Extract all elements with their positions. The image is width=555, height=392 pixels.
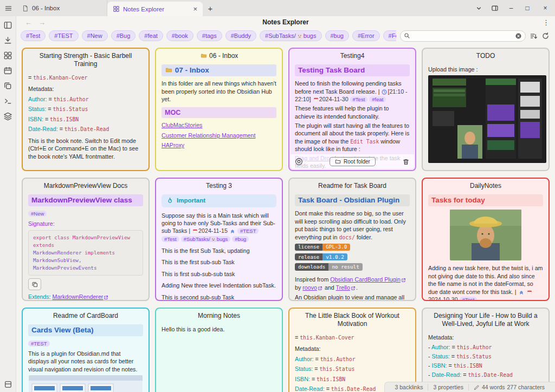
card-markdownpreviewview-docs[interactable]: MarkdownPreviewView Docs MarkdownPreview… [22, 178, 150, 301]
card-dailynotes[interactable]: DailyNotes Tasks for today [422, 178, 550, 301]
flame-icon [166, 197, 173, 204]
root-folder-button[interactable]: Root folder [330, 157, 376, 166]
vault-icon[interactable] [4, 380, 12, 389]
maximize-button[interactable]: □ [519, 0, 535, 16]
properties-status[interactable]: 3 properties [428, 384, 468, 390]
cards-grid: Starting Strength - Basic Barbell Traini… [16, 43, 555, 392]
refresh-icon[interactable] [541, 32, 550, 40]
external-link[interactable]: Obsidian CardBoard Plugin [330, 276, 401, 283]
search-input[interactable] [413, 32, 512, 39]
tab-notes-explorer[interactable]: Notes Explorer × [107, 2, 203, 16]
internal-link[interactable]: ClubMacStories [162, 122, 202, 128]
tab-list-chevron-icon[interactable] [470, 0, 487, 16]
card-title: The Little Black Book of Workout Motivat… [289, 309, 415, 330]
clear-search-icon[interactable] [515, 32, 522, 40]
copy-code-button[interactable] [28, 278, 41, 290]
external-link[interactable]: Trello [336, 284, 350, 291]
external-link[interactable]: MarkdownRenderer [53, 293, 104, 300]
tag-pill[interactable]: #Error [352, 30, 380, 41]
sort-icon[interactable] [530, 32, 538, 40]
card-body: Upload this image : [423, 62, 548, 170]
backlinks-status[interactable]: 3 backlinks [390, 384, 428, 390]
close-button[interactable]: × [535, 0, 555, 16]
tag[interactable]: #TEST [28, 341, 50, 347]
card-designing-your-life[interactable]: Designing Your Life - How to Build a Wel… [422, 308, 550, 392]
tag-pill[interactable]: #TEST [49, 30, 78, 41]
external-link[interactable]: roovo [302, 284, 317, 291]
card-body: = this.Kanban-Cover Metadata: Author: = … [23, 70, 149, 170]
tag[interactable]: #Test [162, 236, 179, 242]
tab-06-inbox[interactable]: 06 - Inbox [16, 0, 107, 16]
calendar-icon[interactable] [3, 66, 12, 75]
tag[interactable]: #Test [460, 297, 477, 300]
tag[interactable]: #Test [350, 96, 368, 102]
more-options-icon[interactable]: ⋮ [543, 18, 550, 27]
important-callout: Important [162, 194, 276, 207]
card-body: Cards View (Beta) #TEST This is a plugin… [23, 322, 149, 392]
tag[interactable]: #New [28, 211, 47, 217]
tag-pill[interactable]: #bug [325, 30, 349, 41]
tag-pill[interactable]: #Feat [383, 30, 396, 41]
filter-bar: #Test #TEST #New #Bug #feat #book #tags … [16, 28, 555, 43]
clock-icon [382, 89, 387, 95]
tab-label: Notes Explorer [123, 6, 190, 12]
card-title: 06 - Inbox [156, 49, 282, 62]
tag-pill[interactable]: #feat [139, 30, 163, 41]
card-testing3[interactable]: Testing 3 Important Suppose say this is … [155, 178, 283, 301]
card-stack-icon[interactable] [3, 112, 12, 121]
tag-pill[interactable]: #New [82, 30, 108, 41]
left-ribbon [0, 16, 16, 392]
word-count-status[interactable]: 44 words 277 characters [468, 384, 550, 390]
search-box[interactable] [400, 30, 526, 42]
card-cardboard-readme[interactable]: Readme of CardBoard Cards View (Beta) #T… [22, 308, 150, 392]
calendar-icon [527, 290, 532, 295]
tag-filter-row: #Test #TEST #New #Bug #feat #book #tags … [21, 30, 396, 41]
new-tab-button[interactable]: + [203, 0, 218, 16]
card-body: Important Suppose say this is a Main tas… [156, 192, 282, 300]
note-heading: 07 - Inbox [162, 64, 276, 76]
internal-link[interactable]: HAProxy [162, 142, 184, 148]
card-body: MarkdownPreviewView class #New Signature… [23, 192, 149, 300]
card-workout-motivation[interactable]: The Little Black Book of Workout Motivat… [288, 308, 416, 392]
tag-pill[interactable]: #SubTasks/🫥bugs [260, 30, 321, 41]
forward-arrow[interactable]: → [38, 18, 46, 27]
card-body: Task Board - Obsidian Plugin Dont make t… [289, 192, 415, 300]
panel-layout-icon[interactable] [3, 21, 12, 30]
tag-pill[interactable]: #Test [21, 30, 46, 41]
tag-pill[interactable]: #book [166, 30, 193, 41]
external-link-icon [351, 286, 356, 291]
trash-icon[interactable] [402, 158, 410, 166]
kanban-screenshot-image [428, 75, 546, 163]
card-todo[interactable]: TODO Upload this image : [422, 48, 550, 171]
tag-pill[interactable]: #tags [197, 30, 222, 41]
tag-pill[interactable]: #Buddy [225, 30, 256, 41]
card-title: Testing4 [289, 49, 415, 62]
tag[interactable]: #feat [369, 96, 386, 102]
app-menu-icon[interactable] [0, 0, 16, 16]
note-heading: MarkdownPreviewView class [28, 194, 143, 206]
tag[interactable]: #TEST [237, 228, 259, 234]
card-title: MarkdownPreviewView Docs [23, 179, 149, 192]
card-body: Testing Task Board Need to finish the fo… [289, 62, 415, 170]
notes-explorer-icon[interactable] [3, 51, 12, 60]
tag[interactable]: #SubTasks/🫥bugs [181, 236, 231, 242]
internal-link[interactable]: Customer Relationship Management [162, 132, 255, 139]
copy-note-icon[interactable] [3, 81, 12, 90]
minimize-button[interactable]: – [503, 0, 519, 16]
tag-pill[interactable]: #Bug [111, 30, 136, 41]
card-title: Morning Notes [156, 309, 282, 322]
sidebar-toggle-icon[interactable] [487, 0, 503, 16]
tag[interactable]: #bug [232, 236, 249, 242]
terminal-icon[interactable] [3, 96, 12, 106]
card-taskboard-readme[interactable]: Readme for Task Board Task Board - Obsid… [288, 178, 416, 301]
card-morning-notes[interactable]: Morning Notes Hello this is a good idea. [155, 308, 283, 392]
back-arrow[interactable]: ← [25, 18, 32, 27]
card-testing4[interactable]: Testing4 Testing Task Board Need to fini… [288, 48, 416, 171]
copy-card-icon[interactable] [295, 158, 303, 166]
card-inbox[interactable]: 06 - Inbox 07 - Inbox In this folder are… [155, 48, 283, 171]
import-notes-icon[interactable] [3, 36, 12, 45]
pencil-icon [474, 384, 480, 390]
card-starting-strength[interactable]: Starting Strength - Basic Barbell Traini… [22, 48, 150, 171]
cardboard-screenshot-image [29, 375, 143, 392]
tab-close-icon[interactable]: × [193, 5, 197, 13]
